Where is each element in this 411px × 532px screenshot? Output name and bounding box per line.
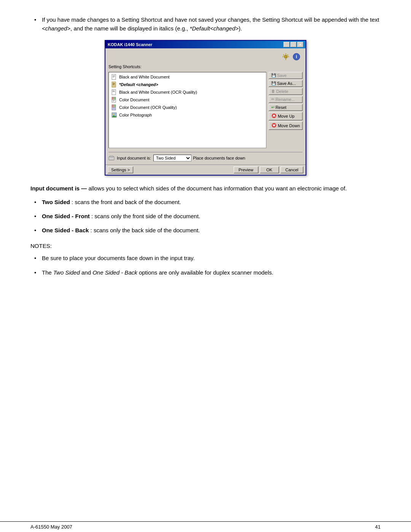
reset-icon: ↩ [271,105,274,109]
svg-rect-14 [113,83,115,83]
delete-icon: 🗑 [271,89,275,93]
note-1-text: Be sure to place your documents face dow… [42,255,195,261]
shortcut-item[interactable]: Color Document (OCR Quality) [110,104,265,111]
svg-rect-3 [282,56,284,57]
dialog-titlebar: KODAK i1440 Scanner _ □ × [105,41,306,48]
move-down-button[interactable]: Move Down [269,121,303,130]
help-icon[interactable] [281,52,290,61]
shortcut-label: Color Photograph [119,113,152,117]
svg-rect-10 [113,75,115,76]
svg-rect-28 [114,105,116,107]
shortcut-label: Black and White Document (OCR Quality) [119,90,197,94]
save-as-icon: 💾 [271,81,276,85]
one-sided-back-label: One Sided - Back [42,227,89,233]
face-down-label: Place documents face down [193,156,245,160]
minimize-button[interactable]: _ [284,42,290,47]
note-italic-1: Two Sided [53,269,80,276]
dialog-title: KODAK i1440 Scanner [108,42,152,47]
one-sided-front-label: One Sided - Front [42,213,90,219]
example-text: *Default<changed> [190,25,239,32]
input-doc-para: Input document is — allows you to select… [30,184,381,193]
shortcut-item[interactable]: Color Photograph [110,111,265,119]
preview-button[interactable]: Preview [234,166,258,173]
bullet-one-sided-back: One Sided - Back : scans only the back s… [30,226,381,235]
color-doc-icon [111,104,117,110]
svg-rect-4 [288,56,289,57]
setting-shortcuts-label: Setting Shortcuts: [108,64,303,69]
note-2: The Two Sided and One Sided - Back optio… [30,268,381,277]
settings-button[interactable]: Settings > [108,166,133,173]
shortcut-label: Color Document [119,97,149,102]
move-up-button[interactable]: Move Up [269,112,303,120]
titlebar-controls: _ □ × [284,42,303,47]
footer-right: 41 [375,524,381,530]
dialog-footer: Settings > Preview OK Cancel [105,165,306,175]
doc-icon [111,74,117,80]
footer-left: A-61550 May 2007 [30,524,72,530]
maximize-button[interactable]: □ [290,42,296,47]
note-2-text: The Two Sided and One Sided - Back optio… [42,269,273,276]
two-sided-rest: : scans the front and back of the docume… [72,199,181,205]
svg-rect-20 [113,91,115,92]
scanner-dialog: KODAK i1440 Scanner _ □ × [105,40,306,176]
svg-rect-30 [113,108,115,108]
intro-bullet: If you have made changes to a Setting Sh… [30,15,381,33]
color-doc-icon [111,97,117,103]
changed-text: <changed> [42,25,70,32]
shortcuts-list[interactable]: Black and White Document [108,72,266,148]
shortcut-item[interactable]: Black and White Document (OCR Quality) [110,88,265,96]
doc-icon [111,89,117,95]
shortcut-item[interactable]: Black and White Document [110,73,265,81]
body-section: Input document is — allows you to select… [30,184,381,277]
rename-button[interactable]: ✏ Rename... [269,96,303,103]
shortcuts-buttons: 💾 Save 💾 Save As... 🗑 Delete ✏ Rename... [269,72,303,148]
svg-rect-12 [113,77,114,77]
delete-button[interactable]: 🗑 Delete [269,88,303,95]
input-doc-select-wrap: Two Sided One Sided - Front One Sided - … [153,155,245,161]
notes-header: NOTES: [30,241,381,251]
svg-rect-24 [113,100,115,101]
reset-button[interactable]: ↩ Reset [269,104,303,111]
svg-rect-25 [113,101,114,101]
dialog-top-icons: i [108,51,303,62]
svg-point-32 [113,113,114,115]
shortcut-label: Color Document (OCR Quality) [119,105,177,110]
doc-icon [111,81,117,88]
input-doc-label: Input document is: [117,156,151,160]
svg-rect-11 [113,76,115,77]
note-1: Be sure to place your documents face dow… [30,254,381,262]
svg-rect-22 [112,97,114,100]
svg-rect-40 [110,156,113,157]
svg-rect-5 [283,54,284,56]
svg-rect-1 [285,53,286,55]
save-icon: 💾 [271,73,276,77]
page-footer: A-61550 May 2007 41 [0,521,411,532]
cancel-button[interactable]: Cancel [280,166,303,173]
shortcut-item[interactable]: Color Document [110,96,265,104]
svg-rect-27 [112,105,114,107]
shortcuts-area: Black and White Document [108,72,303,148]
svg-rect-39 [109,157,114,159]
input-doc-row: Input document is: Two Sided One Sided -… [108,152,303,161]
svg-rect-2 [285,59,286,60]
save-as-button[interactable]: 💾 Save As... [269,80,303,87]
svg-rect-23 [114,97,116,100]
svg-rect-6 [287,54,288,56]
scanner-icon [108,155,115,161]
save-button[interactable]: 💾 Save [269,72,303,79]
input-doc-rest: allows you to select which sides of the … [89,185,347,192]
ok-button[interactable]: OK [260,166,279,173]
input-doc-select[interactable]: Two Sided One Sided - Front One Sided - … [153,155,191,161]
note-italic-2: One Sided - Back [92,269,137,276]
svg-rect-16 [113,85,114,85]
info-icon[interactable]: i [292,52,301,61]
svg-point-0 [284,55,287,58]
shortcut-item[interactable]: *Default <changed> [110,81,265,88]
dialog-body: i Setting Shortcuts: [105,48,306,165]
shortcut-label: Black and White Document [119,75,170,79]
svg-text:i: i [296,54,297,59]
photo-icon [111,112,117,118]
close-button[interactable]: × [297,42,303,47]
one-sided-front-rest: : scans only the front side of the docum… [91,213,200,219]
svg-rect-19 [113,91,115,91]
